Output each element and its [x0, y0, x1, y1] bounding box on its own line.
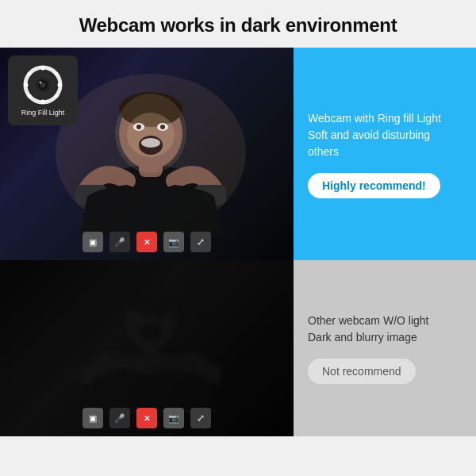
top-image-area: Ring Fill Light ▣ 🎤 ✕ 📷 ⤢	[0, 48, 294, 260]
svg-point-18	[58, 83, 62, 86]
person-silhouette-lit	[48, 70, 254, 236]
ring-light-icon	[22, 64, 63, 106]
svg-point-21	[28, 94, 32, 98]
camera-button-top[interactable]: 📷	[163, 232, 184, 252]
header: Webcam works in dark environment	[0, 0, 476, 48]
monitor-button-top[interactable]: ▣	[83, 232, 103, 252]
top-section: Ring Fill Light ▣ 🎤 ✕ 📷 ⤢	[0, 48, 476, 260]
svg-point-32	[140, 324, 162, 340]
top-desc-line2: Soft and avoid disturbing	[308, 129, 430, 141]
bottom-description: Other webcam W/O light Dark and blurry i…	[308, 313, 429, 346]
svg-point-22	[25, 83, 29, 86]
bottom-desc-line1: Other webcam W/O light	[308, 314, 429, 327]
control-bar-top: ▣ 🎤 ✕ 📷 ⤢	[0, 232, 294, 252]
bottom-section: ▣ 🎤 ✕ 📷 ⤢ Other webcam W/	[0, 260, 476, 436]
camera-button-bottom[interactable]: 📷	[163, 408, 184, 428]
mic-button-bottom[interactable]: 🎤	[109, 408, 130, 428]
camera-icon-bottom: 📷	[168, 413, 179, 424]
monitor-icon-bottom: ▣	[89, 413, 97, 424]
not-recommend-button[interactable]: Not recommend	[308, 359, 416, 384]
content-area: Ring Fill Light ▣ 🎤 ✕ 📷 ⤢	[0, 48, 476, 476]
ring-fill-light-label: Ring Fill Light	[21, 109, 65, 117]
end-button-top[interactable]: ✕	[136, 232, 157, 252]
bottom-right-panel: Other webcam W/O light Dark and blurry i…	[294, 260, 476, 436]
monitor-icon-top: ▣	[89, 237, 97, 248]
svg-point-27	[40, 81, 42, 83]
page-wrapper: Webcam works in dark environment	[0, 0, 476, 476]
svg-point-31	[125, 287, 176, 316]
control-bar-bottom: ▣ 🎤 ✕ 📷 ⤢	[0, 408, 294, 428]
expand-button-top[interactable]: ⤢	[190, 232, 211, 252]
person-silhouette-dark	[48, 270, 254, 413]
end-icon-top: ✕	[144, 238, 150, 247]
end-button-bottom[interactable]: ✕	[136, 408, 157, 428]
svg-point-14	[115, 94, 186, 173]
top-right-panel: Webcam with Ring fill Light Soft and avo…	[294, 48, 476, 260]
top-description: Webcam with Ring fill Light Soft and avo…	[308, 110, 441, 160]
svg-point-17	[55, 71, 59, 75]
highly-recommend-button[interactable]: Highly recommend!	[308, 173, 440, 198]
webcam-overlay: Ring Fill Light	[8, 56, 78, 125]
svg-point-16	[41, 66, 45, 70]
bottom-desc-line2: Dark and blurry image	[308, 331, 417, 344]
expand-icon-top: ⤢	[197, 236, 205, 248]
monitor-button-bottom[interactable]: ▣	[83, 408, 103, 428]
top-desc-line1: Webcam with Ring fill Light	[308, 112, 441, 125]
svg-point-23	[28, 71, 32, 75]
page-title: Webcam works in dark environment	[16, 14, 460, 36]
svg-point-19	[55, 94, 59, 98]
bottom-image-area: ▣ 🎤 ✕ 📷 ⤢	[0, 260, 294, 436]
mic-button-top[interactable]: 🎤	[109, 232, 130, 252]
camera-icon-top: 📷	[168, 237, 179, 248]
svg-point-20	[41, 99, 45, 103]
end-icon-bottom: ✕	[144, 414, 150, 423]
top-desc-line3: others	[308, 145, 339, 158]
expand-button-bottom[interactable]: ⤢	[190, 408, 211, 428]
expand-icon-bottom: ⤢	[197, 413, 205, 424]
